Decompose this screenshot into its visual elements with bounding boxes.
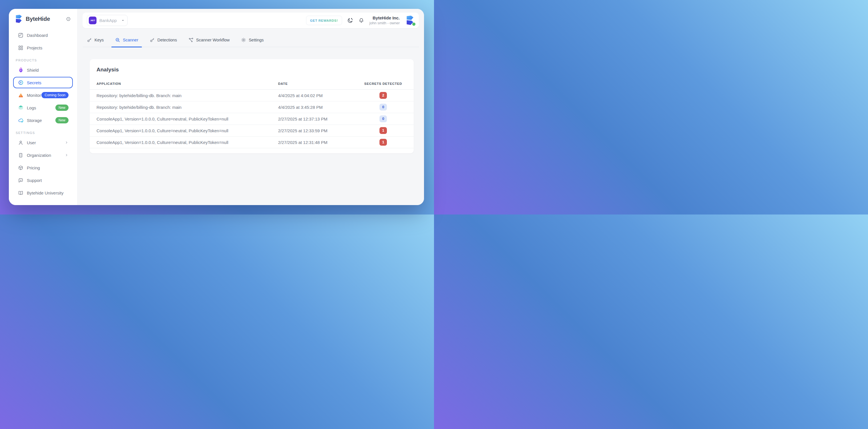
date-cell: 2/27/2025 at 12:31:48 PM (278, 140, 360, 145)
sidebar-item-label: Pricing (27, 165, 40, 170)
sidebar-collapse-button[interactable] (66, 17, 71, 22)
column-header-application: APPLICATION (96, 82, 278, 85)
sidebar-item-label: Storage (27, 118, 42, 123)
sidebar-item-label: Logs (27, 105, 36, 110)
topbar: .NET BankApp GET REWARDS! (83, 12, 419, 28)
bytehide-logo-icon (14, 14, 23, 23)
chevron-right-icon (65, 141, 68, 145)
sidebar-item-label: Bytehide University (27, 190, 63, 195)
open-book-icon (18, 190, 24, 196)
column-header-date: DATE (278, 82, 360, 85)
dark-mode-moon-icon[interactable] (347, 18, 353, 23)
support-chat-icon (18, 177, 24, 183)
scanner-search-check-icon (115, 37, 120, 42)
online-status-dot (412, 23, 415, 26)
sidebar-item-label: Secrets (27, 80, 41, 85)
sidebar-item-secrets[interactable]: Secrets (13, 77, 73, 88)
project-name: BankApp (99, 18, 117, 23)
notifications-bell-icon[interactable] (358, 18, 364, 23)
sidebar-item-user[interactable]: User (9, 136, 77, 149)
analysis-card: Analysis APPLICATION DATE SECRETS DETECT… (90, 59, 414, 153)
projects-icon (18, 45, 24, 51)
new-badge: New (55, 117, 68, 123)
tab-label: Scanner (123, 38, 138, 42)
secrets-product-icon (18, 80, 24, 85)
avatar[interactable] (405, 16, 414, 25)
date-cell: 2/27/2025 at 12:37:13 PM (278, 117, 360, 121)
new-badge: New (55, 104, 68, 111)
sidebar-item-label: Support (27, 178, 42, 183)
sidebar-item-bytehide-university[interactable]: Bytehide University (9, 186, 77, 199)
table-row[interactable]: Repository: bytehide/billing-db. Branch:… (90, 90, 414, 101)
secrets-count-badge: 1 (379, 127, 386, 134)
tab-settings[interactable]: Settings (237, 37, 268, 47)
table-header: APPLICATION DATE SECRETS DETECTED (90, 82, 414, 90)
user-icon (18, 140, 24, 145)
coming-soon-badge: Coming Soon (41, 92, 68, 98)
table-row[interactable]: ConsoleApp1, Version=1.0.0.0, Culture=ne… (90, 125, 414, 136)
tab-scanner-workflow[interactable]: Scanner Workflow (184, 37, 234, 47)
monitor-product-icon (18, 92, 24, 98)
secrets-count-badge: 1 (379, 139, 386, 146)
sidebar-item-label: User (27, 140, 36, 145)
get-rewards-label: GET REWARDS! (310, 19, 338, 22)
date-cell: 4/4/2025 at 3:45:28 PM (278, 105, 360, 110)
project-selector[interactable]: .NET BankApp (87, 15, 128, 26)
sidebar-item-shield[interactable]: Shield (9, 64, 77, 76)
tab-label: Scanner Workflow (196, 38, 229, 42)
tab-scanner[interactable]: Scanner (111, 37, 142, 47)
table-row[interactable]: ConsoleApp1, Version=1.0.0.0, Culture=ne… (90, 136, 414, 148)
tab-bar: Keys Scanner Detections Scanner Work (83, 37, 419, 47)
organization-icon (18, 152, 24, 158)
sidebar-item-label: Projects (27, 45, 42, 50)
sidebar-item-support[interactable]: Support (9, 174, 77, 186)
sidebar-item-storage[interactable]: Storage New (9, 114, 77, 126)
dashboard-icon (18, 32, 24, 38)
get-rewards-button[interactable]: GET REWARDS! (306, 16, 342, 25)
application-cell: ConsoleApp1, Version=1.0.0.0, Culture=ne… (96, 140, 278, 145)
application-cell: ConsoleApp1, Version=1.0.0.0, Culture=ne… (96, 117, 278, 121)
sidebar-item-logs[interactable]: Logs New (9, 101, 77, 114)
sidebar-item-pricing[interactable]: Pricing (9, 161, 77, 174)
tab-label: Keys (94, 38, 104, 42)
gear-icon (241, 37, 246, 42)
sidebar-item-organization[interactable]: Organization (9, 149, 77, 161)
sidebar-item-dashboard[interactable]: Dashboard (9, 29, 77, 41)
sidebar-item-label: Shield (27, 68, 39, 72)
table-row[interactable]: Repository: bytehide/billing-db. Branch:… (90, 101, 414, 113)
organization-name: ByteHide Inc. (369, 15, 400, 21)
secrets-count-badge: 0 (379, 115, 386, 122)
caret-down-icon (121, 19, 124, 22)
account-info[interactable]: ByteHide Inc. john smith - owner (369, 15, 400, 25)
secrets-count-badge: 2 (379, 92, 386, 99)
key-icon (87, 37, 92, 42)
logs-product-icon (18, 105, 24, 111)
table-row[interactable]: ConsoleApp1, Version=1.0.0.0, Culture=ne… (90, 113, 414, 125)
main-content: .NET BankApp GET REWARDS! (77, 9, 424, 205)
sidebar-item-label: Organization (27, 153, 51, 158)
sidebar-item-label: Monitor (27, 93, 41, 98)
pricing-icon (18, 165, 24, 171)
tab-label: Detections (157, 38, 177, 42)
application-cell: ConsoleApp1, Version=1.0.0.0, Culture=ne… (96, 128, 278, 133)
sidebar-item-label: Dashboard (27, 33, 48, 38)
app-window: ByteHide Dashboard (9, 9, 424, 205)
workflow-nodes-icon (188, 37, 194, 42)
shield-product-icon (18, 67, 24, 73)
date-cell: 4/4/2025 at 4:04:02 PM (278, 93, 360, 98)
analysis-title: Analysis (90, 66, 414, 73)
user-role: john smith - owner (369, 21, 400, 26)
key-icon (150, 37, 155, 42)
dotnet-runtime-badge: .NET (89, 17, 96, 24)
sidebar-item-monitor[interactable]: Monitor Coming Soon (9, 89, 77, 101)
column-header-secrets-detected: SECRETS DETECTED (360, 82, 407, 85)
tab-detections[interactable]: Detections (146, 37, 181, 47)
tab-label: Settings (249, 38, 264, 42)
tab-keys[interactable]: Keys (83, 37, 107, 47)
topbar-right: GET REWARDS! ByteHide Inc. (306, 15, 414, 25)
sidebar-header: ByteHide (9, 9, 77, 29)
settings-section-label: SETTINGS (16, 131, 77, 134)
sidebar-item-projects[interactable]: Projects (9, 41, 77, 54)
storage-product-icon (18, 117, 24, 123)
application-cell: Repository: bytehide/billing-db. Branch:… (96, 105, 278, 110)
